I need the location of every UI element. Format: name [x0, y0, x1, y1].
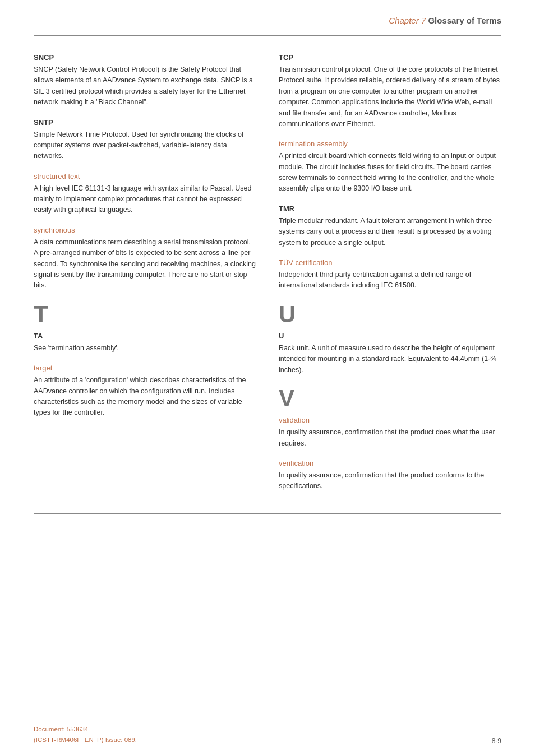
term-heading-termination-assembly: termination assembly [279, 140, 501, 148]
term-heading-ta: TA [34, 332, 256, 340]
term-def-target: An attribute of a 'configuration' which … [34, 375, 256, 419]
section-letter-letter-v: V [279, 386, 501, 411]
term-heading-verification: verification [279, 459, 501, 467]
page-number: 8-9 [492, 737, 501, 745]
term-def-termination-assembly: A printed circuit board which connects f… [279, 151, 501, 194]
left-column: SNCPSNCP (Safety Network Control Protoco… [34, 53, 256, 502]
term-def-verification: In quality assurance, confirmation that … [279, 470, 501, 492]
term-section-tmr: TMRTriple modular redundant. A fault tol… [279, 205, 501, 248]
page-header: Chapter 7 Glossary of Terms [0, 0, 535, 31]
term-def-structured-text: A high level IEC 61131-3 language with s… [34, 183, 256, 216]
term-def-sntp: Simple Network Time Protocol. Used for s… [34, 129, 256, 162]
term-heading-sntp: SNTP [34, 118, 256, 127]
term-section-sntp: SNTPSimple Network Time Protocol. Used f… [34, 118, 256, 162]
term-section-tuv-certification: TÜV certificationIndependent third party… [279, 258, 501, 291]
term-heading-tmr: TMR [279, 205, 501, 213]
term-section-synchronous: synchronousA data communications term de… [34, 226, 256, 291]
footer-doc-info: Document: 553634 (ICSTT-RM406F_EN_P) Iss… [34, 724, 137, 745]
term-heading-sncp: SNCP [34, 53, 256, 62]
term-def-sncp: SNCP (Safety Network Control Protocol) i… [34, 64, 256, 108]
chapter-title: Glossary of Terms [428, 16, 501, 25]
doc-line1: Document: 553634 [34, 724, 137, 734]
term-heading-validation: validation [279, 416, 501, 424]
chapter-label: Chapter 7 [389, 16, 426, 25]
term-heading-u: U [279, 332, 501, 340]
term-heading-tuv-certification: TÜV certification [279, 258, 501, 267]
term-heading-tcp: TCP [279, 53, 501, 62]
term-heading-synchronous: synchronous [34, 226, 256, 234]
term-section-target: targetAn attribute of a 'configuration' … [34, 364, 256, 419]
page-footer: Document: 553634 (ICSTT-RM406F_EN_P) Iss… [34, 724, 501, 745]
term-section-u: URack unit. A unit of measure used to de… [279, 332, 501, 375]
term-def-tmr: Triple modular redundant. A fault tolera… [279, 216, 501, 248]
term-def-tuv-certification: Independent third party certification ag… [279, 270, 501, 291]
term-section-ta: TASee 'termination assembly'. [34, 332, 256, 354]
main-content: SNCPSNCP (Safety Network Control Protoco… [0, 36, 535, 513]
bottom-divider [34, 513, 501, 514]
term-def-synchronous: A data communications term describing a … [34, 237, 256, 291]
section-letter-letter-u: U [279, 302, 501, 327]
section-letter-letter-t: T [34, 302, 256, 327]
term-heading-structured-text: structured text [34, 172, 256, 180]
term-section-sncp: SNCPSNCP (Safety Network Control Protoco… [34, 53, 256, 108]
page: Chapter 7 Glossary of Terms SNCPSNCP (Sa… [0, 0, 535, 756]
term-def-tcp: Transmission control protocol. One of th… [279, 64, 501, 129]
chapter-heading: Chapter 7 Glossary of Terms [389, 16, 501, 25]
doc-line2: (ICSTT-RM406F_EN_P) Issue: 089: [34, 735, 137, 745]
term-def-u: Rack unit. A unit of measure used to des… [279, 343, 501, 375]
term-section-tcp: TCPTransmission control protocol. One of… [279, 53, 501, 129]
term-section-verification: verificationIn quality assurance, confir… [279, 459, 501, 492]
term-section-validation: validationIn quality assurance, confirma… [279, 416, 501, 449]
term-def-validation: In quality assurance, confirmation that … [279, 427, 501, 449]
term-section-termination-assembly: termination assemblyA printed circuit bo… [279, 140, 501, 194]
term-heading-target: target [34, 364, 256, 372]
term-section-structured-text: structured textA high level IEC 61131-3 … [34, 172, 256, 216]
term-def-ta: See 'termination assembly'. [34, 343, 256, 354]
right-column: TCPTransmission control protocol. One of… [279, 53, 501, 502]
